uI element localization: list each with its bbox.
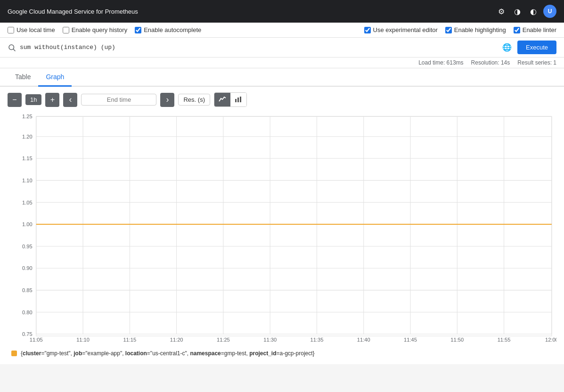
option-linter[interactable]: Enable linter [514, 26, 556, 33]
load-time: Load time: 613ms [418, 59, 463, 66]
execute-button[interactable]: Execute [517, 41, 556, 54]
duration-label: 1h [25, 94, 41, 105]
svg-text:1.25: 1.25 [22, 114, 33, 119]
settings-icon-btn[interactable]: ⚙ [495, 5, 507, 18]
tab-graph[interactable]: Graph [38, 68, 72, 87]
resolution-button[interactable]: Res. (s) [178, 94, 210, 106]
svg-text:11:10: 11:10 [76, 337, 90, 343]
autocomplete-checkbox[interactable] [135, 27, 141, 33]
main-chart: 1.25 1.20 1.15 1.10 1.05 1.00 0.95 0.90 … [8, 112, 556, 345]
svg-text:11:35: 11:35 [311, 337, 324, 343]
highlighting-label: Enable highlighting [454, 26, 506, 33]
svg-text:0.80: 0.80 [22, 310, 33, 315]
query-input[interactable] [20, 44, 497, 51]
metrics-explorer-btn[interactable]: 🌐 [500, 41, 514, 54]
graph-container: − 1h + ‹ › Res. (s) [0, 87, 564, 364]
svg-text:11:20: 11:20 [170, 337, 183, 343]
resolution: Resolution: 14s [471, 59, 510, 66]
option-query-history[interactable]: Enable query history [63, 26, 128, 33]
svg-text:0.75: 0.75 [22, 331, 33, 337]
svg-text:11:05: 11:05 [30, 337, 43, 343]
svg-rect-4 [240, 97, 241, 102]
avatar[interactable]: U [543, 5, 556, 18]
linter-label: Enable linter [523, 26, 556, 33]
highlighting-checkbox[interactable] [445, 27, 452, 33]
linter-checkbox[interactable] [514, 27, 520, 33]
chart-wrap: 1.25 1.20 1.15 1.10 1.05 1.00 0.95 0.90 … [8, 112, 556, 345]
contrast-icon-btn[interactable]: ◐ [527, 5, 539, 18]
svg-text:1.15: 1.15 [22, 155, 33, 161]
query-bar: 🌐 Execute [0, 38, 564, 57]
svg-text:11:15: 11:15 [123, 337, 136, 343]
legend-text: {cluster="gmp-test", job="example-app", … [21, 350, 315, 357]
topbar-icons: ⚙ ◑ ◐ U [495, 5, 556, 18]
tabs: Table Graph [0, 68, 564, 87]
svg-text:1.05: 1.05 [22, 200, 33, 205]
use-local-time-checkbox[interactable] [8, 27, 14, 33]
svg-text:0.90: 0.90 [22, 265, 33, 271]
result-info: Load time: 613ms Resolution: 14s Result … [0, 57, 564, 68]
svg-rect-2 [235, 99, 237, 102]
options-bar: Use local time Enable query history Enab… [0, 23, 564, 38]
increase-duration-button[interactable]: + [45, 93, 59, 107]
line-chart-btn[interactable] [214, 93, 230, 106]
graph-controls: − 1h + ‹ › Res. (s) [8, 92, 556, 107]
option-experimental-editor[interactable]: Use experimental editor [364, 26, 438, 33]
svg-rect-5 [36, 116, 552, 336]
legend-color-swatch [11, 351, 17, 356]
option-highlighting[interactable]: Enable highlighting [445, 26, 506, 33]
experimental-editor-label: Use experimental editor [373, 26, 438, 33]
svg-text:0.85: 0.85 [22, 287, 33, 293]
svg-text:11:25: 11:25 [217, 337, 230, 343]
query-history-label: Enable query history [72, 26, 128, 33]
svg-text:11:45: 11:45 [404, 337, 417, 343]
chart-type-group [214, 92, 247, 107]
svg-text:11:55: 11:55 [498, 337, 511, 343]
svg-text:11:50: 11:50 [450, 337, 464, 343]
svg-rect-3 [237, 98, 239, 102]
bar-chart-btn[interactable] [230, 93, 246, 106]
query-history-checkbox[interactable] [63, 27, 69, 33]
svg-text:1.00: 1.00 [22, 221, 33, 227]
option-autocomplete[interactable]: Enable autocomplete [135, 26, 201, 33]
result-series: Result series: 1 [517, 59, 556, 66]
svg-text:1.20: 1.20 [22, 134, 33, 139]
theme-icon-btn[interactable]: ◑ [511, 5, 523, 18]
svg-text:11:30: 11:30 [263, 337, 277, 343]
svg-text:11:40: 11:40 [357, 337, 370, 343]
tab-table[interactable]: Table [8, 68, 38, 87]
app-title: Google Cloud Managed Service for Prometh… [8, 8, 138, 15]
next-time-button[interactable]: › [160, 93, 174, 107]
chart-legend: {cluster="gmp-test", job="example-app", … [8, 348, 556, 359]
autocomplete-label: Enable autocomplete [144, 26, 201, 33]
use-local-time-label: Use local time [16, 26, 55, 33]
svg-text:1.10: 1.10 [22, 178, 33, 183]
svg-text:0.95: 0.95 [22, 244, 33, 249]
prev-time-button[interactable]: ‹ [63, 93, 77, 107]
experimental-editor-checkbox[interactable] [364, 27, 371, 33]
svg-text:12:00: 12:00 [545, 337, 556, 343]
svg-line-1 [13, 49, 15, 51]
option-use-local-time[interactable]: Use local time [8, 26, 55, 33]
end-time-input[interactable] [81, 94, 156, 106]
search-icon [8, 43, 16, 52]
topbar: Google Cloud Managed Service for Prometh… [0, 0, 564, 23]
decrease-duration-button[interactable]: − [8, 93, 22, 107]
svg-point-0 [9, 45, 14, 50]
